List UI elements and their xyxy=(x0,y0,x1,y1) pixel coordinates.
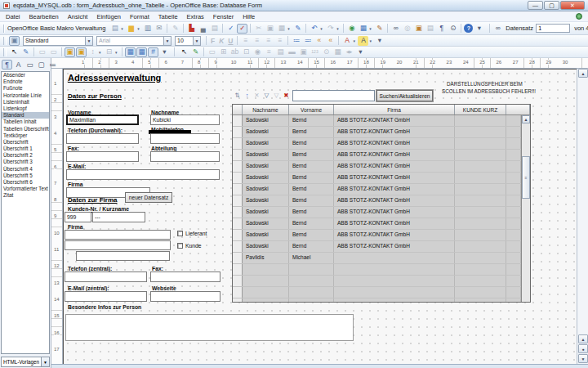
open-folder-dropdown[interactable]: ▾ xyxy=(137,26,141,31)
character-styles-icon[interactable]: A xyxy=(13,60,24,70)
table-cell[interactable] xyxy=(289,287,334,298)
style-item--berschrift-4[interactable]: Überschrift 4 xyxy=(2,166,49,173)
table-cell[interactable]: Bernd xyxy=(289,195,334,206)
format-more-icon[interactable]: ▾ xyxy=(374,36,385,46)
style-item--berschrift[interactable]: Überschrift xyxy=(2,139,49,146)
table-cell[interactable]: Sadowski xyxy=(243,195,289,206)
abteilung-input[interactable] xyxy=(150,151,220,162)
font-size-combo[interactable]: 10 ▼ xyxy=(175,36,201,46)
find-replace-icon[interactable]: ∞ xyxy=(390,24,401,34)
toolbar-grip[interactable] xyxy=(3,48,7,56)
table-cell[interactable]: ABB STOTZ-KONTAKT GmbH xyxy=(334,195,455,206)
formatted-field-icon[interactable]: 123 xyxy=(310,47,320,57)
table-cell[interactable]: Bernd xyxy=(289,173,334,183)
increase-indent-icon[interactable]: « xyxy=(325,36,336,46)
cut-icon[interactable]: ✂ xyxy=(253,24,264,34)
table-cell[interactable]: Sadowski xyxy=(243,161,289,172)
menu-bearbeiten[interactable]: Bearbeiten xyxy=(29,13,59,20)
firma-line1-input[interactable] xyxy=(65,230,171,240)
table-cell[interactable] xyxy=(243,276,289,286)
combo-box-icon[interactable]: ▤ xyxy=(275,47,286,57)
font-color-icon[interactable]: A xyxy=(341,36,352,46)
table-row[interactable]: SadowskiBerndABB STOTZ-KONTAKT GmbH xyxy=(233,115,521,127)
sort-ascending-icon[interactable]: ↑ xyxy=(243,91,252,100)
menu-fenster[interactable]: Fenster xyxy=(213,13,234,20)
row-selector[interactable] xyxy=(233,195,243,206)
table-row[interactable]: SadowskiBerndABB STOTZ-KONTAKT GmbH xyxy=(233,241,521,253)
style-filter-combo[interactable]: HTML-Vorlagen ▼ xyxy=(1,357,50,367)
nachname-input[interactable] xyxy=(150,114,220,125)
redo-icon[interactable]: ↷ xyxy=(325,24,336,34)
table-cell[interactable] xyxy=(334,264,455,275)
undo-icon[interactable]: ↶ xyxy=(309,24,319,34)
table-cell[interactable]: Michael xyxy=(289,253,334,263)
table-cell[interactable]: Sadowski xyxy=(243,173,289,183)
table-cell[interactable] xyxy=(455,253,506,263)
style-item-vorformatierter-text[interactable]: Vorformatierter Text xyxy=(2,186,49,192)
row-selector[interactable] xyxy=(233,253,243,263)
table-row[interactable] xyxy=(233,287,521,298)
minimize-button[interactable]: — xyxy=(528,1,543,10)
fax-zentral-input[interactable] xyxy=(150,272,220,282)
firma-line2-input[interactable] xyxy=(65,240,171,250)
form-function-1-icon[interactable]: ▭ xyxy=(37,47,47,57)
style-item-horizontale-linie[interactable]: Horizontale Linie xyxy=(2,92,49,99)
row-selector[interactable] xyxy=(233,173,243,183)
row-selector[interactable] xyxy=(233,276,243,286)
style-item-listenkopf[interactable]: Listenkopf xyxy=(2,105,49,112)
remove-sort-icon[interactable]: ✕ xyxy=(252,91,261,100)
table-row[interactable] xyxy=(233,298,521,302)
table-row[interactable] xyxy=(233,264,521,276)
table-cell[interactable] xyxy=(334,298,455,302)
table-row[interactable]: SadowskiBerndABB STOTZ-KONTAKT GmbH xyxy=(233,173,521,184)
style-item-zitat[interactable]: Zitat xyxy=(2,192,49,199)
highlight-color-dropdown[interactable]: ▾ xyxy=(369,38,373,43)
table-cell[interactable]: Bernd xyxy=(289,138,334,149)
spellcheck-icon[interactable]: ✓ xyxy=(225,24,236,34)
table-cell[interactable]: Sadowski xyxy=(243,115,289,126)
menu-tabelle[interactable]: Tabelle xyxy=(158,13,178,20)
toolbar-grip[interactable] xyxy=(3,37,7,45)
check-box-icon[interactable]: ⊡ xyxy=(241,47,252,57)
data-sources-icon[interactable]: ▤ xyxy=(425,24,435,34)
table-cell[interactable] xyxy=(455,276,506,286)
table-cell[interactable] xyxy=(243,264,289,275)
maximize-button[interactable]: ▢ xyxy=(544,1,559,10)
kundennr-input[interactable] xyxy=(65,212,91,222)
row-selector[interactable] xyxy=(233,184,243,195)
table-cell[interactable] xyxy=(455,161,506,172)
infos-textarea[interactable] xyxy=(65,314,354,341)
image-button-icon[interactable]: ▣ xyxy=(298,47,309,57)
list-box-icon[interactable]: ≡ xyxy=(264,47,274,57)
row-selector[interactable] xyxy=(233,264,243,275)
vertical-ruler[interactable]: 1234567891011121314151617 xyxy=(51,69,63,368)
auto-spellcheck-icon[interactable]: ✓ xyxy=(237,24,247,34)
table-cell[interactable] xyxy=(455,195,506,206)
row-selector[interactable] xyxy=(233,207,243,218)
table-cell[interactable]: Bernd xyxy=(289,127,334,137)
table-cell[interactable]: Sadowski xyxy=(243,241,289,252)
row-selector[interactable] xyxy=(233,138,243,149)
table-control-icon[interactable]: ▦ xyxy=(332,47,343,57)
webseite-input[interactable] xyxy=(150,291,220,302)
design-more-icon[interactable]: ▾ xyxy=(159,47,170,57)
table-cell[interactable]: ABB STOTZ-KONTAKT GmbH xyxy=(334,241,455,252)
alignment-icon[interactable]: ⊟ xyxy=(104,47,114,57)
new-record-button[interactable]: neuer Datensatz xyxy=(125,192,172,203)
controls-more-icon[interactable]: ▾ xyxy=(355,47,366,57)
table-cell[interactable] xyxy=(455,218,506,229)
label-control-icon[interactable]: ▭ xyxy=(207,47,217,57)
navigation-bar-icon[interactable]: ◀▶ xyxy=(344,47,354,57)
menu-einfügen[interactable]: Einfügen xyxy=(96,13,121,20)
table-cell[interactable]: ABB STOTZ-KONTAKT GmbH xyxy=(334,127,455,137)
table-cell[interactable] xyxy=(455,241,506,252)
table-cell[interactable]: Bernd xyxy=(289,230,334,240)
column-header-vorname[interactable]: Vorname xyxy=(289,105,334,114)
table-cell[interactable]: ABB STOTZ-KONTAKT GmbH xyxy=(334,173,455,183)
row-selector[interactable] xyxy=(233,127,243,137)
combo-dropdown-icon[interactable]: ▼ xyxy=(193,37,200,45)
table-row[interactable]: SadowskiBerndABB STOTZ-KONTAKT GmbH xyxy=(233,230,521,241)
style-item-tabellen-inhalt[interactable]: Tabellen Inhalt xyxy=(2,119,49,125)
row-selector[interactable] xyxy=(233,298,243,302)
search-input[interactable] xyxy=(292,90,375,101)
